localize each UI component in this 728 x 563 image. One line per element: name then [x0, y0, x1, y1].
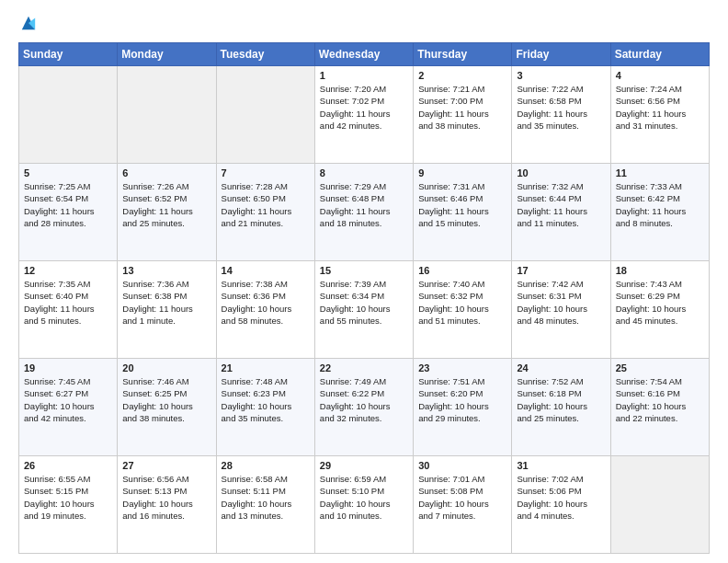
day-number: 21	[222, 362, 310, 373]
day-info: Sunrise: 7:42 AM Sunset: 6:31 PM Dayligh…	[517, 278, 605, 327]
day-cell: 17Sunrise: 7:42 AM Sunset: 6:31 PM Dayli…	[512, 261, 610, 359]
day-number: 17	[517, 265, 605, 276]
day-cell: 4Sunrise: 7:24 AM Sunset: 6:56 PM Daylig…	[610, 66, 709, 164]
day-cell	[19, 66, 118, 164]
day-cell: 13Sunrise: 7:36 AM Sunset: 6:38 PM Dayli…	[118, 261, 216, 359]
day-info: Sunrise: 7:28 AM Sunset: 6:50 PM Dayligh…	[222, 180, 310, 229]
day-info: Sunrise: 7:52 AM Sunset: 6:18 PM Dayligh…	[517, 375, 605, 424]
day-info: Sunrise: 7:45 AM Sunset: 6:27 PM Dayligh…	[24, 375, 112, 424]
day-number: 30	[418, 460, 506, 471]
day-cell: 31Sunrise: 7:02 AM Sunset: 5:06 PM Dayli…	[512, 456, 610, 554]
day-cell: 12Sunrise: 7:35 AM Sunset: 6:40 PM Dayli…	[19, 261, 118, 359]
day-info: Sunrise: 7:25 AM Sunset: 6:54 PM Dayligh…	[24, 180, 112, 229]
day-cell: 10Sunrise: 7:32 AM Sunset: 6:44 PM Dayli…	[512, 164, 610, 261]
day-cell: 27Sunrise: 6:56 AM Sunset: 5:13 PM Dayli…	[118, 456, 216, 554]
day-cell: 28Sunrise: 6:58 AM Sunset: 5:11 PM Dayli…	[216, 456, 314, 554]
day-number: 10	[517, 167, 605, 178]
day-number: 27	[122, 460, 210, 471]
day-info: Sunrise: 7:32 AM Sunset: 6:44 PM Dayligh…	[517, 180, 605, 229]
day-number: 13	[122, 265, 210, 276]
day-number: 22	[320, 362, 408, 373]
day-number: 18	[616, 265, 704, 276]
day-number: 1	[320, 70, 408, 81]
day-cell: 19Sunrise: 7:45 AM Sunset: 6:27 PM Dayli…	[19, 359, 118, 456]
day-cell	[610, 456, 709, 554]
day-cell: 3Sunrise: 7:22 AM Sunset: 6:58 PM Daylig…	[512, 66, 610, 164]
day-info: Sunrise: 7:54 AM Sunset: 6:16 PM Dayligh…	[616, 375, 704, 424]
day-cell: 6Sunrise: 7:26 AM Sunset: 6:52 PM Daylig…	[118, 164, 216, 261]
day-info: Sunrise: 7:49 AM Sunset: 6:22 PM Dayligh…	[320, 375, 408, 424]
day-info: Sunrise: 7:51 AM Sunset: 6:20 PM Dayligh…	[418, 375, 506, 424]
day-number: 15	[320, 265, 408, 276]
day-info: Sunrise: 7:38 AM Sunset: 6:36 PM Dayligh…	[222, 278, 310, 327]
day-cell: 11Sunrise: 7:33 AM Sunset: 6:42 PM Dayli…	[610, 164, 709, 261]
day-cell: 8Sunrise: 7:29 AM Sunset: 6:48 PM Daylig…	[314, 164, 413, 261]
day-info: Sunrise: 7:24 AM Sunset: 6:56 PM Dayligh…	[616, 83, 704, 132]
day-info: Sunrise: 6:58 AM Sunset: 5:11 PM Dayligh…	[222, 473, 310, 522]
day-cell: 9Sunrise: 7:31 AM Sunset: 6:46 PM Daylig…	[414, 164, 512, 261]
day-cell: 29Sunrise: 6:59 AM Sunset: 5:10 PM Dayli…	[314, 456, 413, 554]
day-number: 31	[517, 460, 605, 471]
day-number: 28	[222, 460, 310, 471]
day-info: Sunrise: 7:48 AM Sunset: 6:23 PM Dayligh…	[222, 375, 310, 424]
day-info: Sunrise: 6:55 AM Sunset: 5:15 PM Dayligh…	[24, 473, 112, 522]
dow-header-friday: Friday	[512, 43, 610, 66]
day-cell: 2Sunrise: 7:21 AM Sunset: 7:00 PM Daylig…	[414, 66, 512, 164]
day-number: 2	[418, 70, 506, 81]
week-row-5: 26Sunrise: 6:55 AM Sunset: 5:15 PM Dayli…	[19, 456, 710, 554]
day-cell: 14Sunrise: 7:38 AM Sunset: 6:36 PM Dayli…	[216, 261, 314, 359]
day-number: 26	[24, 460, 112, 471]
day-cell: 18Sunrise: 7:43 AM Sunset: 6:29 PM Dayli…	[610, 261, 709, 359]
day-info: Sunrise: 7:26 AM Sunset: 6:52 PM Dayligh…	[122, 180, 210, 229]
page: SundayMondayTuesdayWednesdayThursdayFrid…	[0, 0, 728, 563]
dow-header-tuesday: Tuesday	[216, 43, 314, 66]
day-info: Sunrise: 6:56 AM Sunset: 5:13 PM Dayligh…	[122, 473, 210, 522]
day-number: 19	[24, 362, 112, 373]
day-info: Sunrise: 7:21 AM Sunset: 7:00 PM Dayligh…	[418, 83, 506, 132]
day-info: Sunrise: 7:39 AM Sunset: 6:34 PM Dayligh…	[320, 278, 408, 327]
week-row-4: 19Sunrise: 7:45 AM Sunset: 6:27 PM Dayli…	[19, 359, 710, 456]
day-info: Sunrise: 7:20 AM Sunset: 7:02 PM Dayligh…	[320, 83, 408, 132]
header-row: SundayMondayTuesdayWednesdayThursdayFrid…	[19, 43, 710, 66]
day-info: Sunrise: 7:46 AM Sunset: 6:25 PM Dayligh…	[122, 375, 210, 424]
day-number: 11	[616, 167, 704, 178]
day-cell: 25Sunrise: 7:54 AM Sunset: 6:16 PM Dayli…	[610, 359, 709, 456]
day-cell: 7Sunrise: 7:28 AM Sunset: 6:50 PM Daylig…	[216, 164, 314, 261]
day-info: Sunrise: 7:29 AM Sunset: 6:48 PM Dayligh…	[320, 180, 408, 229]
dow-header-wednesday: Wednesday	[314, 43, 413, 66]
dow-header-monday: Monday	[118, 43, 216, 66]
day-number: 5	[24, 167, 112, 178]
day-cell: 30Sunrise: 7:01 AM Sunset: 5:08 PM Dayli…	[414, 456, 512, 554]
day-cell: 5Sunrise: 7:25 AM Sunset: 6:54 PM Daylig…	[19, 164, 118, 261]
day-cell: 21Sunrise: 7:48 AM Sunset: 6:23 PM Dayli…	[216, 359, 314, 456]
day-info: Sunrise: 7:35 AM Sunset: 6:40 PM Dayligh…	[24, 278, 112, 327]
day-cell: 1Sunrise: 7:20 AM Sunset: 7:02 PM Daylig…	[314, 66, 413, 164]
day-cell: 26Sunrise: 6:55 AM Sunset: 5:15 PM Dayli…	[19, 456, 118, 554]
day-number: 12	[24, 265, 112, 276]
day-info: Sunrise: 7:40 AM Sunset: 6:32 PM Dayligh…	[418, 278, 506, 327]
day-number: 9	[418, 167, 506, 178]
day-number: 3	[517, 70, 605, 81]
day-info: Sunrise: 7:36 AM Sunset: 6:38 PM Dayligh…	[122, 278, 210, 327]
logo	[18, 15, 37, 33]
day-cell: 23Sunrise: 7:51 AM Sunset: 6:20 PM Dayli…	[414, 359, 512, 456]
week-row-2: 5Sunrise: 7:25 AM Sunset: 6:54 PM Daylig…	[19, 164, 710, 261]
day-info: Sunrise: 7:22 AM Sunset: 6:58 PM Dayligh…	[517, 83, 605, 132]
day-number: 24	[517, 362, 605, 373]
day-info: Sunrise: 7:31 AM Sunset: 6:46 PM Dayligh…	[418, 180, 506, 229]
day-cell: 20Sunrise: 7:46 AM Sunset: 6:25 PM Dayli…	[118, 359, 216, 456]
day-number: 16	[418, 265, 506, 276]
day-info: Sunrise: 7:33 AM Sunset: 6:42 PM Dayligh…	[616, 180, 704, 229]
day-number: 14	[222, 265, 310, 276]
day-cell: 15Sunrise: 7:39 AM Sunset: 6:34 PM Dayli…	[314, 261, 413, 359]
day-number: 4	[616, 70, 704, 81]
dow-header-thursday: Thursday	[414, 43, 512, 66]
day-cell: 24Sunrise: 7:52 AM Sunset: 6:18 PM Dayli…	[512, 359, 610, 456]
day-cell	[216, 66, 314, 164]
week-row-3: 12Sunrise: 7:35 AM Sunset: 6:40 PM Dayli…	[19, 261, 710, 359]
day-info: Sunrise: 7:02 AM Sunset: 5:06 PM Dayligh…	[517, 473, 605, 522]
day-number: 29	[320, 460, 408, 471]
dow-header-saturday: Saturday	[610, 43, 709, 66]
day-cell	[118, 66, 216, 164]
day-number: 23	[418, 362, 506, 373]
